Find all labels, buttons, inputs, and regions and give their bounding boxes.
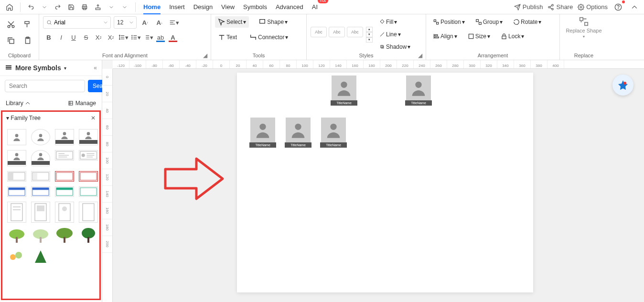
collapse-sidebar-icon[interactable]: « xyxy=(94,65,97,71)
close-icon[interactable]: ✕ xyxy=(91,115,96,121)
symbol-item[interactable] xyxy=(7,150,26,166)
font-family-combo[interactable] xyxy=(43,16,111,29)
symbol-item[interactable] xyxy=(31,186,50,197)
replace-shape-button[interactable]: Replace Shape ▾ xyxy=(564,16,604,39)
font-color-icon[interactable]: A xyxy=(167,32,179,43)
assistant-badge-icon[interactable] xyxy=(612,75,633,96)
fill-button[interactable]: Fill ▾ xyxy=(376,16,413,28)
font-family-input[interactable] xyxy=(54,19,102,26)
style-swatch[interactable]: Abc xyxy=(311,27,327,37)
decrease-font-icon[interactable]: A↓ xyxy=(154,17,165,28)
drawing-page[interactable]: TitleNameTitleNameTitleNameTitleNameTitl… xyxy=(237,73,533,292)
chevron-down-icon[interactable] xyxy=(39,1,50,13)
connector-tool-button[interactable]: Connector ▾ xyxy=(247,32,291,43)
tab-view[interactable]: View xyxy=(221,0,235,13)
symbol-item[interactable] xyxy=(31,150,50,166)
align-button[interactable]: Align ▾ xyxy=(430,31,460,42)
symbol-item[interactable] xyxy=(31,171,50,182)
bold-icon[interactable]: B xyxy=(43,32,54,43)
symbol-item[interactable] xyxy=(79,227,98,244)
select-tool-button[interactable]: Select ▾ xyxy=(215,16,249,28)
shadow-button[interactable]: Shadow ▾ xyxy=(376,41,413,53)
line-spacing-icon[interactable]: ▾ xyxy=(118,32,129,43)
symbol-item[interactable] xyxy=(31,202,50,223)
subscript-icon[interactable]: X2 xyxy=(105,32,117,43)
symbol-item[interactable] xyxy=(55,227,74,244)
superscript-icon[interactable]: X2 xyxy=(93,32,104,43)
person-card[interactable]: TitleName xyxy=(331,76,357,106)
size-button[interactable]: Size ▾ xyxy=(465,31,493,42)
position-button[interactable]: Position ▾ xyxy=(430,16,468,28)
symbol-item[interactable] xyxy=(7,171,26,182)
person-card[interactable]: TitleName xyxy=(405,76,432,106)
increase-font-icon[interactable]: A↑ xyxy=(140,17,151,28)
collapse-panel-icon[interactable]: ▾ xyxy=(6,115,9,121)
highlight-color-icon[interactable]: ab xyxy=(155,32,166,43)
gallery-up-icon[interactable]: ▴ xyxy=(366,27,373,32)
export-icon[interactable] xyxy=(92,1,104,13)
symbol-item[interactable] xyxy=(79,171,98,182)
symbol-item[interactable] xyxy=(79,129,98,145)
align-menu-icon[interactable]: ▾ xyxy=(168,17,180,28)
tab-design[interactable]: Design xyxy=(193,0,213,13)
symbol-item[interactable] xyxy=(55,171,74,182)
gallery-more-icon[interactable]: ▾ xyxy=(366,37,373,43)
canvas[interactable]: TitleNameTitleNameTitleNameTitleNameTitl… xyxy=(113,69,644,302)
symbol-item[interactable] xyxy=(7,202,26,223)
share-button[interactable]: Share xyxy=(547,3,573,11)
symbol-item[interactable] xyxy=(79,150,98,161)
person-card[interactable]: TitleName xyxy=(249,118,276,148)
library-toggle[interactable]: Library xyxy=(6,100,30,107)
copy-icon[interactable] xyxy=(4,32,19,49)
symbol-item[interactable] xyxy=(79,186,98,197)
collapse-ribbon-icon[interactable] xyxy=(629,1,640,13)
style-gallery[interactable]: Abc Abc Abc ▴ ▾ ▾ xyxy=(311,27,373,43)
undo-icon[interactable] xyxy=(25,1,37,13)
person-card[interactable]: TitleName xyxy=(285,118,311,148)
save-icon[interactable] xyxy=(65,1,77,13)
symbol-item[interactable] xyxy=(7,186,26,197)
tab-home[interactable]: Home xyxy=(143,0,161,13)
symbol-item[interactable] xyxy=(7,227,26,244)
person-card[interactable]: TitleName xyxy=(320,118,347,148)
dialog-launcher-icon[interactable]: ◢ xyxy=(203,52,209,58)
manage-button[interactable]: Manage xyxy=(68,100,96,107)
symbol-item[interactable] xyxy=(7,248,26,265)
more-icon[interactable] xyxy=(119,1,130,13)
symbol-item[interactable] xyxy=(55,186,74,197)
style-swatch[interactable]: Abc xyxy=(329,27,345,37)
publish-button[interactable]: Publish xyxy=(514,3,543,11)
rotate-button[interactable]: Rotate ▾ xyxy=(510,16,544,28)
redo-icon[interactable] xyxy=(52,1,64,13)
search-input[interactable] xyxy=(5,80,85,92)
font-size-combo[interactable]: 12 xyxy=(114,16,137,29)
options-button[interactable]: Options xyxy=(578,3,608,11)
lock-button[interactable]: Lock ▾ xyxy=(498,31,527,42)
symbol-item[interactable] xyxy=(55,202,74,223)
paste-icon[interactable] xyxy=(21,32,35,49)
print-icon[interactable] xyxy=(79,1,90,13)
text-tool-button[interactable]: Text xyxy=(215,32,240,43)
symbol-item[interactable] xyxy=(55,129,74,145)
tab-symbols[interactable]: Symbols xyxy=(243,0,267,13)
underline-icon[interactable]: U xyxy=(68,32,79,43)
symbol-item[interactable] xyxy=(55,150,74,161)
help-icon[interactable] xyxy=(612,1,624,13)
style-swatch[interactable]: Abc xyxy=(347,27,363,37)
bullet-list-icon[interactable]: ▾ xyxy=(130,32,141,43)
cut-icon[interactable] xyxy=(4,16,19,32)
italic-icon[interactable]: I xyxy=(55,32,67,43)
group-button[interactable]: Group ▾ xyxy=(472,16,505,28)
home-icon[interactable] xyxy=(4,1,15,13)
tab-insert[interactable]: Insert xyxy=(169,0,185,13)
symbol-item[interactable] xyxy=(7,129,26,145)
line-button[interactable]: Line ▾ xyxy=(376,29,413,40)
symbol-item[interactable] xyxy=(31,248,50,265)
strikethrough-icon[interactable]: S xyxy=(80,32,92,43)
symbol-item[interactable] xyxy=(79,202,98,223)
numbered-list-icon[interactable]: ▾ xyxy=(142,32,154,43)
shape-tool-button[interactable]: Shape ▾ xyxy=(256,16,290,28)
tab-ai[interactable]: AIhot xyxy=(312,0,318,13)
format-painter-icon[interactable] xyxy=(21,16,35,32)
symbol-item[interactable] xyxy=(31,129,50,145)
